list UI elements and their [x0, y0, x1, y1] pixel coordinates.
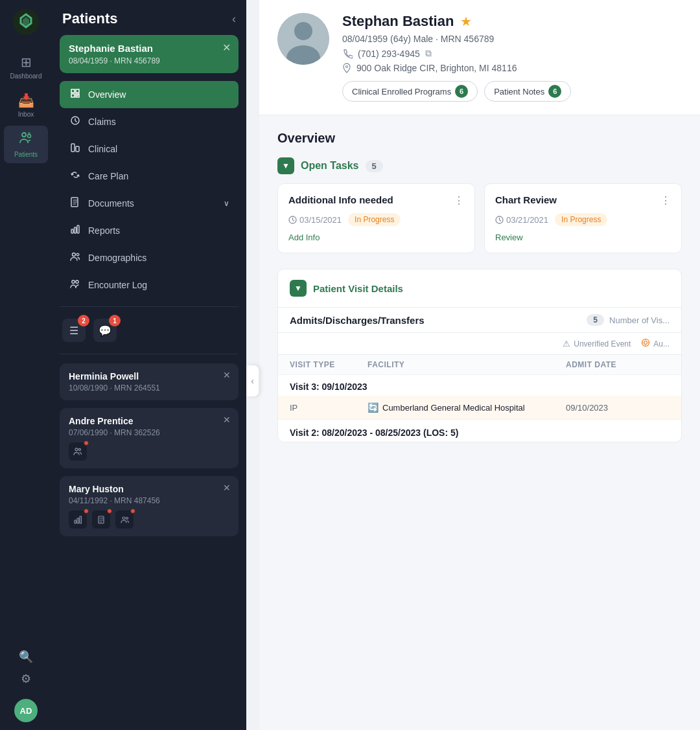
visit-toggle-button[interactable]: ▼: [290, 280, 307, 297]
overview-label: Overview: [88, 89, 126, 100]
adt-header: Admits/Discharges/Transfers 5 Number of …: [278, 308, 681, 333]
andre-group-icon[interactable]: [69, 442, 87, 461]
favorite-star-icon[interactable]: ★: [460, 14, 472, 29]
task-title-0: Additional Info needed: [288, 194, 393, 205]
patient-info-mary: 04/11/1992 · MRN 487456: [69, 496, 229, 505]
col-admit-date: Admit Date: [566, 360, 670, 369]
legend-auto: Au...: [641, 338, 670, 349]
adt-count-badge: 5: [587, 314, 604, 326]
tasks-badge: 2: [78, 315, 89, 326]
task-date-0: 03/15/2021: [288, 215, 342, 225]
patient-contact: (701) 293-4945 ⧉: [342, 48, 682, 59]
svg-point-13: [72, 280, 75, 283]
documents-expand-icon: ∨: [224, 199, 229, 208]
svg-rect-6: [76, 146, 79, 152]
clock-icon-2: [495, 216, 504, 224]
legend-unverified: ⚠ Unverified Event: [563, 338, 631, 349]
clock-icon: [288, 216, 297, 224]
patient-name-row: Stephan Bastian ★: [342, 13, 682, 30]
svg-point-1: [22, 133, 26, 137]
sidebar-item-inbox[interactable]: 📥 Inbox: [4, 87, 48, 123]
copy-icon[interactable]: ⧉: [425, 48, 432, 59]
claims-icon: [69, 115, 82, 128]
settings-button[interactable]: ⚙: [21, 672, 31, 686]
svg-rect-5: [71, 144, 75, 152]
svg-rect-18: [77, 518, 79, 523]
legend-row: ⚠ Unverified Event Au...: [278, 333, 681, 355]
overview-title: Overview: [277, 131, 682, 146]
clinical-icon: [69, 143, 82, 155]
patient-notes-tag[interactable]: Patient Notes 6: [484, 81, 571, 102]
visit-section-title: Patient Visit Details: [313, 283, 403, 294]
task-menu-button-0[interactable]: ⋮: [454, 194, 464, 207]
tasks-toggle-button[interactable]: ▼: [277, 157, 294, 174]
sidebar-item-dashboard[interactable]: ⊞ Dashboard: [4, 49, 48, 85]
location-icon: [342, 63, 351, 73]
task-menu-button-1[interactable]: ⋮: [660, 194, 671, 207]
patient-full-name: Stephan Bastian: [342, 13, 454, 30]
svg-point-26: [346, 66, 348, 68]
task-date-1: 03/21/2021: [495, 215, 548, 225]
messages-notification-button[interactable]: 💬 1: [93, 319, 117, 342]
sidebar-item-careplan[interactable]: Care Plan: [60, 163, 239, 190]
search-button[interactable]: 🔍: [19, 650, 33, 664]
sidebar-item-claims[interactable]: Claims: [60, 108, 239, 135]
open-tasks-header: ▼ Open Tasks 5: [277, 157, 682, 174]
patient-info-herminia: 10/08/1990 · MRN 264551: [69, 383, 229, 393]
sidebar-item-demographics[interactable]: Demographics: [60, 244, 239, 271]
svg-point-22: [126, 517, 128, 519]
col-facility: Facility: [368, 360, 566, 369]
notifications-area: ☰ 2 💬 1: [52, 312, 246, 348]
encounterlog-label: Encounter Log: [88, 280, 147, 290]
mary-close-button[interactable]: ✕: [223, 483, 231, 493]
sidebar-item-overview[interactable]: Overview: [60, 81, 239, 108]
column-headers: Visit Type Facility Admit Date: [278, 355, 681, 375]
task-action-1[interactable]: Review: [495, 233, 671, 242]
tasks-notification-button[interactable]: ☰ 2: [62, 319, 86, 342]
messages-badge: 1: [109, 315, 121, 326]
app-logo[interactable]: [12, 8, 40, 36]
patient-visit-details-section: ▼ Patient Visit Details Admits/Discharge…: [277, 269, 682, 442]
auto-icon: [641, 338, 650, 349]
patient-card-mary[interactable]: Mary Huston 04/11/1992 · MRN 487456 ✕: [60, 476, 239, 536]
andre-icon-dot: [84, 440, 89, 446]
chevron-left-icon: ‹: [251, 376, 254, 386]
sidebar-collapse-arrow[interactable]: ‹: [246, 365, 259, 396]
sidebar-header: Patients ‹: [52, 0, 246, 35]
sidebar-item-reports[interactable]: Reports: [60, 217, 239, 244]
active-patient-card[interactable]: Stephanie Bastian 08/04/1959 · MRN 45678…: [60, 35, 239, 73]
mary-group-icon[interactable]: [115, 510, 134, 529]
svg-rect-10: [77, 225, 79, 233]
patient-details: Stephan Bastian ★ 08/04/1959 (64y) Male …: [342, 13, 682, 102]
visit-section-header: ▼ Patient Visit Details: [278, 269, 681, 308]
num-visits-label: Number of Vis...: [609, 315, 670, 325]
sidebar-item-documents[interactable]: Documents ∨: [60, 190, 239, 217]
svg-point-21: [122, 517, 125, 519]
patient-avatar: [277, 13, 329, 65]
andre-close-button[interactable]: ✕: [223, 415, 231, 425]
tasks-grid: Additional Info needed ⋮ 03/15/2021 In P…: [277, 183, 682, 253]
mary-chart-icon[interactable]: [69, 510, 87, 529]
user-avatar[interactable]: AD: [14, 699, 38, 722]
mary-chart-dot: [84, 508, 89, 514]
mary-doc-icon[interactable]: [92, 510, 110, 529]
clinical-programs-tag[interactable]: Clinical Enrolled Programs 6: [342, 81, 478, 102]
careplan-label: Care Plan: [88, 171, 128, 181]
sidebar-item-clinical[interactable]: Clinical: [60, 135, 239, 163]
phone-icon: [342, 49, 353, 59]
active-patient-close-button[interactable]: ✕: [222, 41, 231, 54]
patient-card-herminia[interactable]: Herminia Powell 10/08/1990 · MRN 264551 …: [60, 363, 239, 400]
overview-icon: [69, 88, 82, 101]
herminia-close-button[interactable]: ✕: [223, 370, 231, 380]
sidebar-item-patients[interactable]: Patients: [4, 126, 48, 163]
patient-card-andre[interactable]: Andre Prentice 07/06/1990 · MRN 362526 ✕: [60, 408, 239, 468]
sidebar-item-encounterlog[interactable]: Encounter Log: [60, 271, 239, 299]
reports-icon: [69, 224, 82, 237]
inbox-icon: 📥: [18, 93, 34, 108]
patient-name-herminia: Herminia Powell: [69, 371, 229, 382]
visit-group-label-1: Visit 2: 08/20/2023 - 08/25/2023 (LOS: 5…: [278, 420, 681, 442]
clinical-programs-count: 6: [455, 85, 468, 98]
sidebar-collapse-button[interactable]: ‹: [232, 12, 236, 26]
task-action-0[interactable]: Add Info: [288, 233, 464, 242]
task-status-1: In Progress: [555, 213, 607, 226]
